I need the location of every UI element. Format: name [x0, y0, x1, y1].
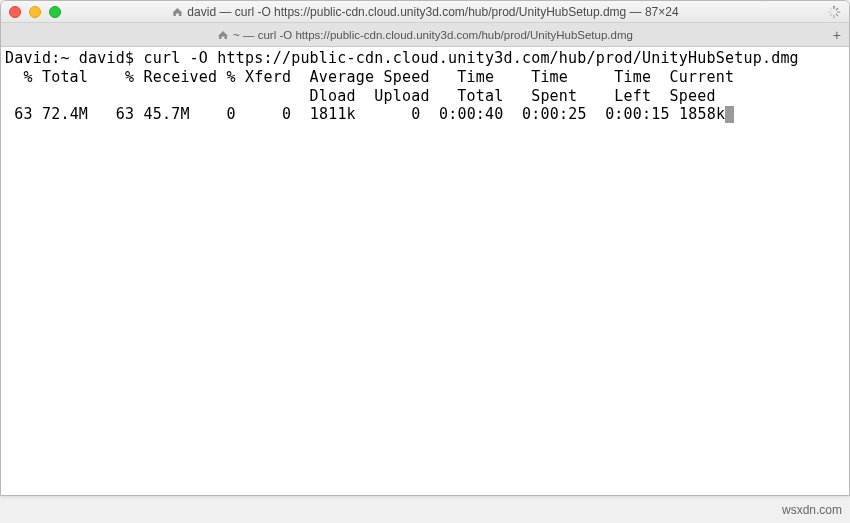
home-icon — [171, 7, 183, 17]
tab-bar: ~ — curl -O https://public-cdn.cloud.uni… — [1, 23, 849, 47]
svg-line-5 — [830, 14, 831, 15]
curl-header-2: Dload Upload Total Spent Left Speed — [5, 87, 716, 105]
close-button[interactable] — [9, 6, 21, 18]
maximize-button[interactable] — [49, 6, 61, 18]
traffic-lights — [9, 6, 61, 18]
svg-line-7 — [830, 8, 831, 9]
tab-title[interactable]: ~ — curl -O https://public-cdn.cloud.uni… — [233, 29, 633, 41]
titlebar: david — curl -O https://public-cdn.cloud… — [1, 1, 849, 23]
curl-header-1: % Total % Received % Xferd Average Speed… — [5, 68, 734, 86]
svg-line-3 — [836, 14, 837, 15]
window-title: david — curl -O https://public-cdn.cloud… — [171, 5, 678, 19]
terminal-window: david — curl -O https://public-cdn.cloud… — [0, 0, 850, 496]
minimize-button[interactable] — [29, 6, 41, 18]
cursor — [725, 106, 734, 123]
watermark: wsxdn.com — [782, 503, 842, 517]
curl-progress-row: 63 72.4M 63 45.7M 0 0 1811k 0 0:00:40 0:… — [5, 105, 725, 123]
svg-line-1 — [836, 8, 837, 9]
new-tab-button[interactable]: + — [833, 27, 841, 43]
window-title-text: david — curl -O https://public-cdn.cloud… — [187, 5, 678, 19]
activity-spinner-icon — [827, 5, 841, 19]
prompt: David:~ david$ — [5, 49, 134, 67]
tab-home-icon — [217, 30, 229, 40]
command-text: curl -O https://public-cdn.cloud.unity3d… — [143, 49, 798, 67]
terminal-output[interactable]: David:~ david$ curl -O https://public-cd… — [1, 47, 849, 126]
